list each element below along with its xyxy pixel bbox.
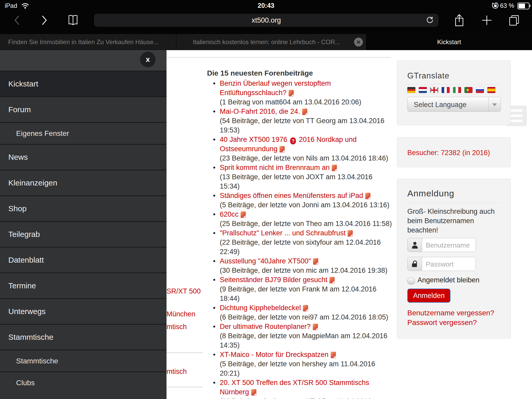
missing-glyph-icon: ? [290,137,296,144]
tab-immobilien[interactable]: Finden Sie Immobilien in Italien Zu Verk… [0,34,176,50]
menu-item-label: Clubs [16,379,35,387]
new-tab-icon[interactable] [481,15,493,26]
new-post-icon [251,389,256,396]
forum-post-link[interactable]: •Dichtung Kipphebeldeckel [220,303,407,312]
forum-post-link[interactable]: •Mai-O-Fahrt 2016, die 24. [220,107,407,116]
tab-bar: Finden Sie Immobilien in Italien Zu Verk… [0,34,532,50]
forum-post-list: •Benzin Überlauf wegen verstopftemEntlüf… [220,79,407,399]
language-flags [407,87,495,93]
battery-percent: 63 % [500,2,514,9]
forum-post-meta: 20:21) [220,369,407,378]
bullet: • [213,322,215,331]
language-select-value: Select Language [414,101,467,109]
forum-post-meta: (18 Beiträge, der letzte von XT Oliver 1… [220,397,407,399]
menu-item-stammtische[interactable]: Stammtische [0,324,167,350]
login-button[interactable]: Anmelden [407,289,450,303]
forum-post-link[interactable]: •Sprit kommt nicht im Brennraum an [220,163,407,172]
italy-flag-icon[interactable] [453,87,461,93]
share-icon[interactable] [454,14,464,27]
forum-post-link[interactable]: •XT-Maico - Motor für Dreckspatzen [220,350,407,359]
new-post-icon [303,305,308,311]
forum-post-link[interactable]: •Der ultimative Routenplaner? [220,322,407,331]
menu-item-label: Eigenes Fenster [16,129,69,138]
tab-kickstart[interactable]: Kickstart [366,34,532,50]
password-group [407,257,476,271]
forgot-username-link[interactable]: Benutzername vergessen? [407,309,494,317]
forum-post-link[interactable]: Nürnberg [220,387,407,397]
reload-icon[interactable] [426,16,434,24]
forgot-password-link[interactable]: Passwort vergessen? [407,318,477,327]
forum-post-link[interactable]: •"Prallschutz" Lenker ... und Schraubfru… [220,228,407,238]
forum-post-meta: (22 Beiträge, der letzte von sixtyfour a… [220,238,407,247]
menu-item-kleinanzeigen[interactable]: Kleinanzeigen [0,170,167,195]
forum-post-link[interactable]: •Ständiges öffnen eines Menüfensters auf… [220,191,407,200]
menu-item-unterwegs[interactable]: Unterwegs [0,298,167,324]
status-bar: iPad 20:43 63 % [0,0,532,11]
forum-post-link[interactable]: •620cc [220,210,407,219]
netherlands-flag-icon[interactable] [419,87,427,93]
forum-post-link[interactable]: •Seitenständer BJ79 Bilder gesucht [220,275,407,284]
uk-flag-icon[interactable] [430,87,438,93]
menu-item-shop[interactable]: Shop [0,195,167,221]
france-flag-icon[interactable] [442,87,450,93]
menu-item-termine[interactable]: Termine [0,272,167,298]
menu-item-kickstart[interactable]: Kickstart [0,71,167,96]
browser-chrome: iPad 20:43 63 % [0,0,532,34]
new-post-icon [313,258,318,265]
menu-item-news[interactable]: News [0,144,167,170]
menu-item-datenblatt[interactable]: Datenblatt [0,247,167,272]
menu-item-label: Unterwegs [8,307,45,316]
russia-flag-icon[interactable] [476,87,484,93]
password-input[interactable] [422,257,476,271]
link-fragment[interactable]: SR/XT 500 [167,287,201,295]
forum-post-meta: (9 Beiträge, der letzte von Frank M am 1… [220,284,407,294]
menu-item-label: Termine [8,281,36,290]
select-dropdown-button[interactable] [488,97,501,111]
forward-button[interactable] [41,15,48,25]
header-divider [167,57,391,58]
forum-post-link[interactable]: Ostseeumrundung [220,144,407,154]
close-menu-button[interactable]: x [140,52,156,67]
forum-post-link[interactable]: Entlüftungsschlauch? [220,88,407,97]
link-fragment[interactable]: München [167,310,195,318]
germany-flag-icon[interactable] [407,87,415,93]
forum-post-meta: (1 Beitrag von matt604 am 13.04.2016 20:… [220,97,407,107]
new-post-icon [313,324,318,330]
visitor-count: Besucher: 72382 (in 2016) [407,149,490,157]
clock: 20:43 [0,2,532,9]
forum-post-link[interactable]: •20. XT 500 Treffen des XT/SR 500 Stammt… [220,378,407,387]
menu-item-eigenes-fenster[interactable]: Eigenes Fenster [0,122,167,144]
forum-post-link[interactable]: •Ausstellung "40Jahre XT500" [220,256,407,266]
overlay-menu: x KickstartForumEigenes FensterNewsKlein… [0,50,167,399]
menu-item-label: Stammtische [16,357,58,365]
bullet: • [213,210,215,219]
portugal-flag-icon[interactable] [464,87,473,93]
new-post-icon [331,352,336,358]
back-button[interactable] [14,15,20,25]
forum-post-meta: (6 Beiträge, der letzte von rei97 am 12.… [220,312,407,322]
forum-post-link[interactable]: •40 Jahre XT500 1976 ? 2016 Nordkap und [220,135,407,144]
address-bar[interactable]: xt500.org [94,14,438,27]
new-post-icon [289,90,294,96]
gtranslate-widget: GTranslate Select Language [397,61,511,125]
screen: iPad 20:43 63 % [0,0,532,399]
menu-item-stammtische[interactable]: Stammtische [0,350,167,371]
login-note: beachten! [407,226,438,234]
menu-item-teilegrab[interactable]: Teilegrab [0,221,167,247]
tabs-overview-icon[interactable] [508,14,521,26]
menu-item-label: Datenblatt [8,256,44,264]
remember-checkbox[interactable] [407,278,415,284]
new-post-icon [348,230,353,237]
menu-item-forum[interactable]: Forum [0,96,167,122]
forum-post-link[interactable]: •Benzin Überlauf wegen verstopftem [220,79,407,88]
spain-flag-icon[interactable] [487,87,495,93]
username-input[interactable] [422,238,476,252]
tab-italienisch[interactable]: Italienisch kostenlos lernen: online Leh… [176,34,366,50]
link-fragment[interactable]: mtisch [167,368,187,376]
link-fragment[interactable]: mtisch [167,323,187,331]
language-select[interactable]: Select Language [407,97,501,112]
menu-item-clubs[interactable]: Clubs [0,371,167,393]
close-tab-icon[interactable]: ✕ [354,38,363,46]
bullet: • [213,228,215,238]
bookmarks-icon[interactable] [67,14,79,26]
